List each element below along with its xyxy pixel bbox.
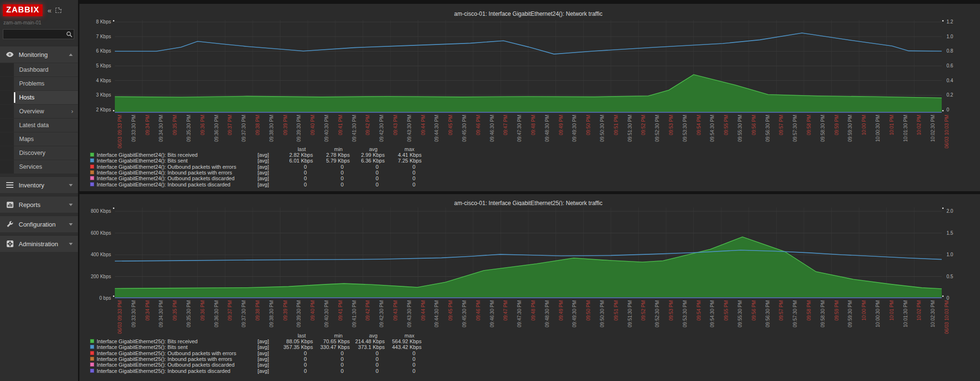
x-axis-label: 09:57 PM [779, 300, 784, 321]
sidebar-item-hosts[interactable]: Hosts [0, 90, 78, 104]
sidebar-section-inventory[interactable]: Inventory [0, 176, 78, 193]
legend-max-value: 0 [387, 175, 422, 181]
legend-min-value: 0 [315, 164, 350, 170]
legend-last-value: 0 [270, 175, 313, 181]
x-axis-label: 09:40 PM [310, 115, 315, 135]
x-axis-label: 09:33:30 PM [131, 300, 136, 327]
x-axis-label: 09:53 PM [668, 115, 674, 135]
sidebar-item-services[interactable]: Services [0, 160, 78, 174]
x-axis-label: 09:34:30 PM [158, 300, 164, 327]
x-axis-label: 09:53 PM [668, 300, 674, 321]
legend-column-header: min [315, 333, 350, 338]
x-axis-label: 10:00 PM [861, 115, 867, 135]
x-axis-label: 09:39 PM [283, 115, 288, 135]
x-axis-label: 10:01 PM [889, 300, 894, 321]
legend-max-value: 0 [387, 350, 422, 356]
x-axis-label: 09:36 PM [200, 300, 205, 321]
x-axis-label: 09:34 PM [145, 115, 150, 135]
search-icon[interactable] [66, 31, 73, 38]
legend-min-value: 0 [315, 182, 350, 187]
x-axis-label: 09:59:30 PM [847, 300, 853, 327]
x-axis-label: 09:34 PM [145, 300, 150, 321]
chevron-down-icon [69, 184, 73, 186]
legend-series-label: Interface GigabitEthernet24(): Bits rece… [97, 152, 222, 158]
x-axis-label: 09:52 PM [641, 115, 646, 135]
sidebar-item-dashboard[interactable]: Dashboard [0, 63, 78, 76]
x-axis-label: 09:44 PM [421, 300, 426, 321]
sidebar-item-problems[interactable]: Problems [0, 76, 78, 90]
x-axis-label: 09:54 PM [696, 115, 702, 135]
sidebar-section-reports[interactable]: Reports [0, 196, 78, 213]
legend-max-value: 0 [387, 368, 422, 374]
chart-plot[interactable] [115, 206, 942, 298]
x-axis-label: 06/03 09:33 PM [117, 300, 122, 334]
y-axis-left-label: 200 Kbps [79, 274, 111, 279]
chevron-right-icon: › [71, 105, 73, 118]
x-axis-label: 09:58 PM [806, 115, 812, 135]
legend-max-value: 0 [387, 362, 422, 368]
x-axis-label: 09:48:30 PM [545, 115, 550, 142]
y-axis-right-label: 0.6 [947, 63, 953, 68]
x-axis-label: 09:59 PM [834, 115, 839, 135]
legend-max-value: 0 [387, 182, 422, 187]
legend-max-value: 443.42 Kbps [387, 344, 422, 350]
x-axis-label: 09:44:30 PM [434, 300, 439, 327]
sidebar-section-administration[interactable]: Administration [0, 235, 78, 252]
x-axis-label: 09:37 PM [227, 115, 233, 135]
legend-series-label: Interface GigabitEthernet24(): Bits sent [97, 158, 222, 163]
sidebar-collapse-icon[interactable]: « [47, 6, 51, 14]
x-axis-label: 09:58:30 PM [820, 300, 825, 327]
legend-last-value: 0 [270, 362, 313, 368]
x-axis-label: 09:51 PM [613, 115, 619, 135]
x-axis-label: 09:36:30 PM [214, 300, 219, 327]
axis-end-marker [113, 110, 114, 111]
x-axis-label: 09:41 PM [338, 115, 343, 135]
legend-min-value: 0 [315, 368, 350, 374]
y-axis-right-label: 0.8 [947, 48, 953, 54]
y-axis-left-label: 8 Kbps [79, 19, 111, 24]
sidebar-section-monitoring[interactable]: Monitoring [0, 46, 78, 63]
legend-last-value: 357.35 Kbps [270, 344, 313, 350]
legend-avg-value: 0 [352, 182, 385, 187]
x-axis-label: 09:35 PM [172, 115, 178, 135]
sidebar-item-maps[interactable]: Maps [0, 132, 78, 146]
zabbix-logo[interactable]: ZABBIX [3, 4, 43, 16]
legend-swatch [90, 158, 94, 163]
search-input[interactable] [3, 29, 74, 39]
x-axis-label: 09:44 PM [421, 115, 426, 135]
legend-max-value: 0 [387, 356, 422, 362]
legend-swatch [90, 176, 94, 180]
x-axis-label: 09:39:30 PM [296, 115, 301, 142]
axis-end-marker [113, 20, 114, 22]
y-axis-right-label: 2.0 [947, 208, 953, 214]
sidebar-item-latest-data[interactable]: Latest data [0, 118, 78, 132]
legend-function-tag: [avg] [223, 175, 269, 181]
x-axis-label: 09:48:30 PM [545, 300, 550, 327]
y-axis-left-label: 800 Kbps [79, 208, 111, 214]
legend-series-label: Interface GigabitEthernet24(): Inbound p… [97, 170, 222, 175]
chart-title: am-cisco-01: Interface GigabitEthernet24… [115, 11, 942, 17]
x-axis-label: 09:59:30 PM [847, 115, 853, 142]
x-axis-label: 09:54 PM [696, 300, 702, 321]
x-axis-label: 09:42 PM [365, 300, 370, 321]
legend-function-tag: [avg] [223, 344, 269, 350]
chart-plot[interactable] [115, 18, 942, 113]
legend-swatch [90, 339, 94, 343]
y-axis-left-label: 400 Kbps [79, 252, 111, 257]
x-axis-label: 09:41:30 PM [352, 115, 357, 142]
x-axis-label: 09:39 PM [283, 300, 288, 321]
x-axis-label: 09:42 PM [365, 115, 370, 135]
legend-function-tag: [avg] [223, 356, 269, 362]
x-axis-label: 09:49 PM [558, 115, 564, 135]
legend-last-value: 0 [270, 356, 313, 362]
sidebar-item-overview[interactable]: Overview› [0, 104, 78, 118]
x-axis-label: 10:02:30 PM [930, 300, 935, 327]
x-axis-label: 09:56 PM [751, 115, 757, 135]
legend-min-value: 0 [315, 175, 350, 181]
legend-series-label: Interface GigabitEthernet24(): Outbound … [97, 175, 222, 181]
sidebar-item-discovery[interactable]: Discovery [0, 146, 78, 160]
x-axis-label: 09:55:30 PM [737, 300, 743, 327]
axis-end-marker [942, 295, 944, 297]
sidebar-section-configuration[interactable]: Configuration [0, 216, 78, 232]
sidebar-compact-view-icon[interactable] [56, 8, 61, 13]
